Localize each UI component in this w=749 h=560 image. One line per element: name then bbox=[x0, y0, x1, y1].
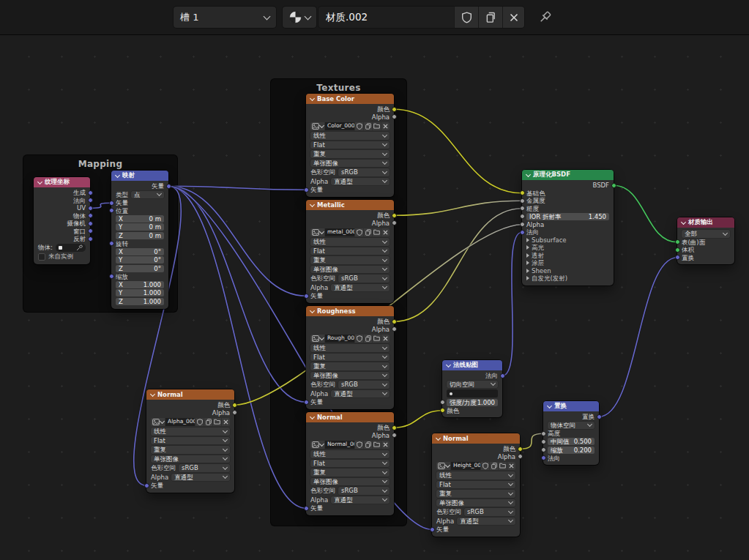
new-material-copy-button[interactable] bbox=[479, 7, 502, 28]
socket-output-Alpha[interactable] bbox=[232, 410, 237, 415]
dropdown[interactable]: 重复 bbox=[310, 256, 390, 264]
dropdown[interactable]: 直通型 bbox=[457, 518, 515, 526]
unlink-image-button[interactable] bbox=[381, 441, 390, 449]
fake-user-button[interactable] bbox=[481, 462, 489, 470]
open-image-button[interactable] bbox=[373, 122, 381, 130]
socket-input-矢量[interactable] bbox=[430, 527, 435, 532]
panel-label[interactable]: 透射 bbox=[532, 253, 544, 259]
node-roughness[interactable]: Roughness颜色AlphaRough_00001_p...线性Flat重复… bbox=[306, 306, 394, 409]
node-header[interactable]: Normal bbox=[306, 412, 394, 422]
node-header[interactable]: 映射 bbox=[111, 171, 168, 181]
panel-label[interactable]: 高光 bbox=[532, 244, 544, 251]
dropdown[interactable]: 单张图像 bbox=[310, 372, 390, 380]
image-datablock-button[interactable] bbox=[151, 418, 165, 426]
dropdown[interactable]: 单张图像 bbox=[151, 455, 230, 463]
socket-output-物体[interactable] bbox=[88, 213, 93, 218]
socket-input-颜色[interactable] bbox=[440, 408, 445, 413]
socket-input-糙度[interactable] bbox=[520, 206, 525, 211]
unlink-image-button[interactable] bbox=[381, 335, 390, 343]
image-datablock-button[interactable] bbox=[310, 335, 324, 343]
dropdown[interactable]: 直通型 bbox=[331, 496, 390, 504]
socket-output-摄像机[interactable] bbox=[88, 221, 93, 226]
collapse-icon[interactable] bbox=[310, 201, 315, 206]
object-field[interactable] bbox=[56, 244, 86, 252]
socket-output-法向[interactable] bbox=[88, 198, 93, 203]
socket-output-BSDF[interactable] bbox=[611, 183, 616, 188]
collapse-icon[interactable] bbox=[310, 414, 315, 419]
collapse-icon[interactable] bbox=[310, 307, 315, 313]
socket-output-Alpha[interactable] bbox=[392, 433, 397, 438]
value-field[interactable]: 中间值0.500 bbox=[548, 438, 595, 445]
dropdown[interactable]: 全部 bbox=[682, 230, 730, 238]
socket-input-Alpha[interactable] bbox=[520, 222, 525, 227]
open-image-button[interactable] bbox=[499, 462, 507, 470]
socket-output-颜色[interactable] bbox=[518, 447, 523, 452]
socket-input-矢量[interactable] bbox=[304, 506, 309, 511]
value-field[interactable]: Y0 m bbox=[116, 223, 164, 231]
checkbox-from-instancer[interactable] bbox=[38, 253, 45, 261]
socket-input-位置[interactable] bbox=[109, 208, 114, 213]
dropdown[interactable]: sRGB bbox=[338, 487, 390, 495]
socket-input-旋转[interactable] bbox=[109, 241, 114, 246]
node-basecolor[interactable]: Base Color颜色AlphaColor_00012_png线性Flat重复… bbox=[306, 94, 394, 197]
dropdown[interactable]: 单张图像 bbox=[310, 266, 390, 274]
socket-output-Alpha[interactable] bbox=[518, 454, 523, 459]
unlink-material-button[interactable] bbox=[503, 7, 524, 28]
socket-output-UV[interactable] bbox=[88, 206, 93, 211]
dropdown[interactable]: 重复 bbox=[436, 490, 515, 498]
socket-output-生成[interactable] bbox=[88, 190, 93, 195]
dropdown[interactable]: sRGB bbox=[338, 275, 390, 283]
dropdown[interactable]: Flat bbox=[436, 481, 515, 489]
collapse-icon[interactable] bbox=[547, 403, 552, 408]
copy-image-button[interactable] bbox=[364, 228, 372, 236]
dropdown[interactable]: Flat bbox=[310, 141, 390, 149]
node-texcoord[interactable]: 纹理坐标生成法向UV物体摄像机窗口反射物体:来自实例 bbox=[34, 177, 90, 264]
image-name-field[interactable]: Rough_00001_p... bbox=[325, 335, 354, 343]
value-field[interactable]: Z0° bbox=[116, 265, 164, 272]
socket-input-矢量[interactable] bbox=[109, 201, 114, 206]
node-alphatex[interactable]: Normal颜色AlphaAlpha_00004_png线性Flat重复单张图像… bbox=[146, 389, 234, 493]
socket-output-置换[interactable] bbox=[597, 414, 602, 419]
open-image-button[interactable] bbox=[373, 228, 381, 236]
node-header[interactable]: 原理化BSDF bbox=[522, 170, 614, 180]
node-bsdf[interactable]: 原理化BSDFBSDF基础色金属度糙度IOR 折射率1.450Alpha法向Su… bbox=[522, 170, 614, 285]
socket-output-反射[interactable] bbox=[88, 236, 93, 242]
dropdown[interactable]: 点 bbox=[131, 191, 164, 199]
socket-output-颜色[interactable] bbox=[392, 425, 397, 430]
collapse-icon[interactable] bbox=[446, 362, 451, 367]
dropdown[interactable]: sRGB bbox=[338, 381, 390, 389]
fake-user-button[interactable] bbox=[355, 335, 363, 343]
dropdown[interactable]: 重复 bbox=[310, 362, 390, 370]
image-datablock-button[interactable] bbox=[436, 462, 450, 470]
dropdown[interactable]: 单张图像 bbox=[310, 478, 390, 486]
image-name-field[interactable]: Alpha_00004_png bbox=[165, 418, 195, 426]
node-normaltex[interactable]: Normal颜色AlphaNormal_00119_...线性Flat重复单张图… bbox=[306, 412, 394, 515]
socket-input-高度[interactable] bbox=[541, 431, 546, 436]
panel-label[interactable]: 涂层 bbox=[532, 260, 544, 266]
socket-output-矢量[interactable] bbox=[166, 184, 171, 189]
dropdown[interactable]: 重复 bbox=[310, 150, 390, 158]
socket-output-法向[interactable] bbox=[500, 373, 505, 378]
socket-output-颜色[interactable] bbox=[392, 319, 397, 324]
dropdown[interactable]: Flat bbox=[310, 247, 390, 255]
dropdown[interactable]: 直通型 bbox=[331, 178, 390, 186]
copy-image-button[interactable] bbox=[364, 122, 372, 130]
node-header[interactable]: Roughness bbox=[306, 306, 394, 316]
dropdown[interactable]: 直通型 bbox=[331, 284, 390, 292]
material-slot-dropdown[interactable]: 槽 1 bbox=[174, 7, 276, 28]
unlink-image-button[interactable] bbox=[222, 418, 230, 426]
fake-user-button[interactable] bbox=[355, 228, 363, 236]
collapse-icon[interactable] bbox=[150, 391, 155, 396]
socket-input-矢量[interactable] bbox=[304, 400, 309, 405]
unlink-image-button[interactable] bbox=[381, 228, 390, 236]
socket-input-法向[interactable] bbox=[541, 455, 546, 460]
dropdown[interactable]: 线性 bbox=[310, 450, 390, 458]
socket-output-Alpha[interactable] bbox=[392, 326, 397, 332]
value-field[interactable]: X0° bbox=[116, 248, 164, 255]
value-field[interactable]: 缩放0.200 bbox=[548, 447, 595, 454]
socket-input-金属度[interactable] bbox=[520, 198, 525, 204]
socket-input-置换[interactable] bbox=[675, 255, 680, 260]
node-header[interactable]: 纹理坐标 bbox=[34, 177, 90, 187]
value-field[interactable]: X0 m bbox=[116, 215, 164, 223]
node-header[interactable]: Metallic bbox=[306, 200, 394, 210]
